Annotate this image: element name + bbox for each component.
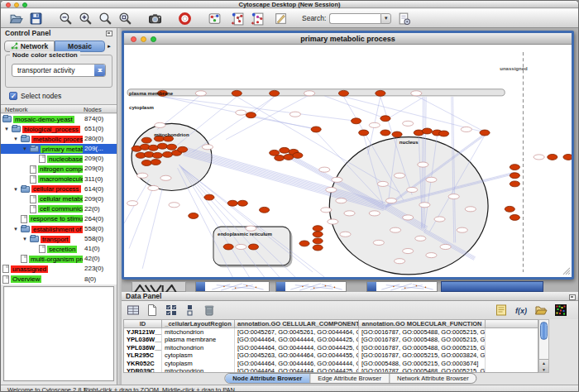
network-node[interactable] xyxy=(340,232,351,237)
network-node-selected[interactable] xyxy=(563,154,572,160)
minimized-window[interactable] xyxy=(441,281,543,292)
table-row[interactable]: YPL036W__2plasma membrane[GO:0044464, GO… xyxy=(124,336,538,343)
network-node[interactable] xyxy=(328,219,338,224)
network-node-selected[interactable] xyxy=(227,200,237,206)
snapshot-button[interactable] xyxy=(146,10,163,26)
network-node[interactable] xyxy=(332,177,342,182)
table-cell[interactable]: [GO:0005488, GO:0005215, GO:0003674] xyxy=(359,360,486,367)
network-node-selected[interactable] xyxy=(548,154,557,160)
network-node-selected[interactable] xyxy=(280,147,290,153)
scrollbar-arrows[interactable]: ▲▼ xyxy=(539,359,548,372)
minimized-window[interactable] xyxy=(195,281,270,292)
network-node-selected[interactable] xyxy=(338,90,348,96)
network-node[interactable] xyxy=(407,187,418,192)
network-node-selected[interactable] xyxy=(311,127,321,132)
network-node[interactable] xyxy=(304,91,315,96)
network-node-selected[interactable] xyxy=(204,194,214,200)
attribute-table[interactable]: ID_cellularLayoutRegionannotation.GO CEL… xyxy=(123,319,538,373)
network-node[interactable] xyxy=(290,112,300,117)
network-canvas[interactable]: plasma membranecytoplasmmitochondrionnuc… xyxy=(124,45,572,277)
tree-row[interactable]: nitrogen compo209(0) xyxy=(1,164,117,174)
table-cell[interactable]: [GO:0045267, GO:0045261, GO:0044464, G..… xyxy=(235,328,359,336)
tabs-overflow-button[interactable]: ► xyxy=(105,44,113,49)
network-node-selected[interactable] xyxy=(248,244,258,250)
network-node[interactable] xyxy=(377,181,388,186)
network-node-selected[interactable] xyxy=(480,130,490,136)
network-node[interactable] xyxy=(369,211,380,216)
window-titlebar[interactable]: Cytoscape Desktop (New Session) xyxy=(1,1,578,8)
table-header-row[interactable]: ID_cellularLayoutRegionannotation.GO CEL… xyxy=(124,320,538,328)
network-node[interactable] xyxy=(160,175,171,180)
network-node-selected[interactable] xyxy=(313,226,323,232)
network-node[interactable] xyxy=(385,198,396,203)
column-header[interactable]: annotation.GO CELLULAR_COMPONENT xyxy=(235,320,359,327)
tree-header[interactable]: Network Nodes xyxy=(1,104,117,113)
table-cell[interactable]: [GO:0045263, GO:0044464, GO:0044455, G..… xyxy=(235,351,359,359)
tree-row[interactable]: response to stimul264(0) xyxy=(1,214,117,224)
scrollbar-thumb[interactable] xyxy=(540,322,548,340)
column-header[interactable]: _cellularLayoutRegion xyxy=(162,320,235,327)
network-node[interactable] xyxy=(155,122,165,127)
network-node[interactable] xyxy=(534,155,544,160)
network-node-selected[interactable] xyxy=(260,207,270,213)
tree-row[interactable]: multi-organism pro42(0) xyxy=(1,254,117,264)
network-node-selected[interactable] xyxy=(232,90,242,96)
tree-row[interactable]: cellular metabo209(0) xyxy=(1,194,117,204)
network-node[interactable] xyxy=(440,244,451,249)
network-node[interactable] xyxy=(411,91,422,96)
tab-mosaic[interactable]: Mosaic xyxy=(55,41,105,52)
network-node-selected[interactable] xyxy=(510,173,519,179)
new-network-all-edges-button[interactable] xyxy=(229,10,246,26)
network-node[interactable] xyxy=(418,162,428,167)
table-cell[interactable]: mitochondrion xyxy=(162,367,235,373)
network-node-selected[interactable] xyxy=(392,131,402,137)
network-node[interactable] xyxy=(321,208,332,213)
network-node-selected[interactable] xyxy=(352,118,361,124)
network-node-selected[interactable] xyxy=(162,151,172,157)
expander-icon[interactable]: ▼ xyxy=(13,227,21,232)
tree-row[interactable]: macromolecule311(0) xyxy=(1,174,117,184)
network-node[interactable] xyxy=(434,217,445,222)
table-row[interactable]: YJR121W__1mitochondrion[GO:0045267, GO:0… xyxy=(124,328,538,336)
network-node[interactable] xyxy=(148,185,159,190)
column-header[interactable]: ID xyxy=(124,320,162,327)
network-node-selected[interactable] xyxy=(376,90,385,96)
zoom-in-button[interactable] xyxy=(77,10,93,26)
search-dropdown-button[interactable]: ▼ xyxy=(380,13,391,24)
table-cell[interactable]: [GO:0016787, GO:0005215, GO:0003824, G..… xyxy=(359,351,486,359)
network-node-selected[interactable] xyxy=(223,244,233,250)
network-node[interactable] xyxy=(326,187,337,192)
table-row[interactable]: YKR052Ccytoplasm[GO:0044464, GO:0044446,… xyxy=(124,360,538,367)
edit-network-button[interactable] xyxy=(272,10,289,26)
table-cell[interactable]: cytoplasm xyxy=(162,351,235,359)
vizmapper-button[interactable] xyxy=(176,10,193,26)
network-node[interactable] xyxy=(403,249,414,254)
network-node[interactable] xyxy=(395,259,405,264)
network-window[interactable]: primary metabolic process plasma membran… xyxy=(122,31,574,280)
expander-icon[interactable]: ▼ xyxy=(22,237,30,241)
table-cell[interactable]: mitochondrion xyxy=(162,328,235,336)
new-attribute-button[interactable] xyxy=(145,303,160,318)
network-node-selected[interactable] xyxy=(141,160,151,166)
network-node[interactable] xyxy=(403,121,414,126)
new-network-selected-edges-button[interactable] xyxy=(249,10,266,26)
minimized-window[interactable] xyxy=(275,281,347,292)
search-input[interactable] xyxy=(329,13,380,24)
data-panel-float-icon[interactable] xyxy=(569,294,576,300)
zoom-fit-button[interactable] xyxy=(117,10,133,26)
heatmap-button[interactable] xyxy=(553,303,568,318)
table-cell[interactable]: [GO:0044464, GO:0044444, GO:0044425, G..… xyxy=(235,336,359,343)
network-node-selected[interactable] xyxy=(510,215,519,221)
birdseye-view[interactable] xyxy=(3,286,114,381)
network-node-selected[interactable] xyxy=(275,155,285,160)
network-node[interactable] xyxy=(236,244,246,249)
network-node-selected[interactable] xyxy=(380,116,390,122)
minimized-window[interactable] xyxy=(366,281,438,292)
network-node-selected[interactable] xyxy=(505,206,514,212)
network-node[interactable] xyxy=(336,198,347,203)
network-node-selected[interactable] xyxy=(178,146,188,152)
network-node-selected[interactable] xyxy=(148,145,158,151)
network-node-selected[interactable] xyxy=(166,144,176,150)
table-cell[interactable]: [GO:0016787, GO:0005488, GO:0005215, G..… xyxy=(359,336,486,343)
network-node[interactable] xyxy=(202,145,213,150)
